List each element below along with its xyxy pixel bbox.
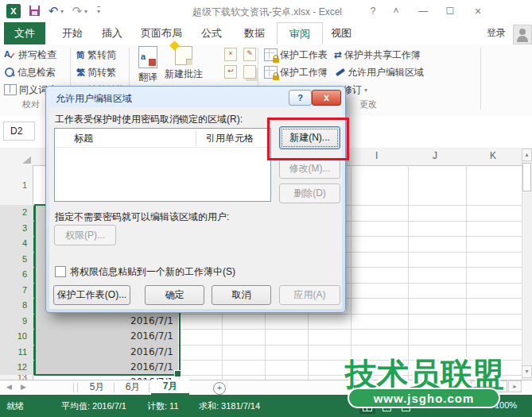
show-comments-icon[interactable] <box>243 65 256 79</box>
tab-1[interactable]: 开始 <box>56 22 89 44</box>
ribbon-tab-row: 文件 开始插入页面布局公式数据审阅视图 登录 <box>0 22 532 44</box>
protect-workbook-button[interactable]: 保护工作簿 <box>264 65 328 79</box>
undo-icon[interactable]: ↶ <box>46 4 60 18</box>
help-icon[interactable]: ? <box>364 5 382 17</box>
redo-icon[interactable]: ↷ <box>70 4 84 18</box>
protect-share-workbook-button[interactable]: ⇄ 保护并共享工作簿 <box>334 48 421 62</box>
undo-dropdown-icon[interactable]: ▾ <box>60 8 64 15</box>
dialog-close-icon[interactable]: x <box>312 90 341 106</box>
save-icon[interactable] <box>27 4 41 18</box>
modify-range-button[interactable]: 修改(M)... <box>279 159 340 179</box>
research-button[interactable]: 信息检索 <box>4 65 56 79</box>
row-header-10[interactable]: 10 <box>0 329 34 345</box>
protect-sheet-button[interactable]: 保护工作表 <box>264 48 328 62</box>
row-header-6[interactable]: 6 <box>0 267 34 283</box>
qat-customize-icon[interactable]: ▾ <box>97 6 100 15</box>
permissions-button[interactable]: 权限(P)... <box>54 225 116 245</box>
cancel-button[interactable]: 取消 <box>212 285 271 305</box>
tab-separator <box>149 383 150 392</box>
paste-permissions-checkbox[interactable] <box>55 266 66 277</box>
sheet-tab-1[interactable]: 5月 <box>80 380 115 395</box>
redo-dropdown-icon[interactable]: ▾ <box>84 8 87 15</box>
spelling-icon: A✓ <box>4 49 16 60</box>
maximize-icon[interactable]: ☐ <box>441 5 459 17</box>
tab-7[interactable]: 视图 <box>324 22 358 44</box>
protect-sheet-dialog-button[interactable]: 保护工作表(O)... <box>53 285 130 305</box>
dialog-help-icon[interactable]: ? <box>289 90 312 106</box>
changes-group-label: 更改 <box>359 98 377 110</box>
vertical-scroll-thumb[interactable] <box>522 163 531 191</box>
delete-range-button[interactable]: 删除(D) <box>279 183 340 203</box>
sheet-next-icon[interactable]: ▶ <box>21 383 26 391</box>
spelling-check-button[interactable]: A✓ 拼写检查 <box>4 48 56 62</box>
scroll-right-icon[interactable]: ► <box>508 380 522 392</box>
row-header-2[interactable]: 2 <box>0 205 34 221</box>
row-header-12[interactable]: 12 <box>0 360 34 375</box>
tab-separator <box>77 383 78 392</box>
simp-to-trad-button[interactable]: 繁 简转繁 <box>76 65 116 79</box>
new-comment-button[interactable]: 新建批注 <box>162 46 205 81</box>
list-header-rule <box>55 147 270 148</box>
minimize-icon[interactable]: — <box>414 5 432 17</box>
previous-comment-icon[interactable]: ↩ <box>224 65 237 79</box>
apply-button[interactable]: 应用(A) <box>279 285 340 305</box>
allow-edit-ranges-button[interactable]: 允许用户编辑区域 <box>334 65 424 79</box>
sheet-tab-2[interactable]: 6月 <box>116 380 150 395</box>
ranges-list[interactable]: 标题 引用单元格 <box>54 128 271 202</box>
annotation-highlight-box <box>267 118 349 160</box>
select-all-corner[interactable] <box>22 156 31 164</box>
gridline <box>466 165 467 380</box>
status-sum: 求和: 3181/7/14 <box>199 400 260 412</box>
proofing-group-label: 校对 <box>22 98 40 110</box>
scroll-down-icon[interactable]: ▼ <box>522 365 532 378</box>
avatar[interactable] <box>513 25 532 44</box>
row-header-11[interactable]: 11 <box>0 345 34 360</box>
column-header-I[interactable]: I <box>375 150 378 161</box>
protect-workbook-icon <box>264 66 278 79</box>
row-header-1[interactable]: 1 <box>0 165 33 205</box>
tab-5[interactable]: 数据 <box>238 22 271 44</box>
tab-separator <box>114 383 115 392</box>
scroll-up-icon[interactable]: ▲ <box>522 149 532 161</box>
sheet-prev-icon[interactable]: ◀ <box>6 383 12 391</box>
column-header-K[interactable]: K <box>490 150 496 161</box>
add-sheet-icon[interactable]: + <box>213 382 226 395</box>
trad-to-simp-button[interactable]: 简 繁转简 <box>76 48 116 62</box>
column-header-J[interactable]: J <box>433 150 437 161</box>
traditional-icon: 繁 <box>76 67 85 79</box>
checkbox-label: 将权限信息粘贴到一个新的工作薄中(S) <box>70 265 235 279</box>
ranges-label: 工作表受保护时使用密码取消锁定的区域(R): <box>55 113 243 126</box>
list-col-ref: 引用单元格 <box>206 132 254 145</box>
simplified-icon: 简 <box>76 49 85 61</box>
sign-in-link[interactable]: 登录 <box>487 26 506 40</box>
tab-6-active[interactable]: 审阅 <box>277 22 323 45</box>
dialog-title: 允许用户编辑区域 <box>56 92 132 106</box>
ok-button[interactable]: 确定 <box>145 285 204 305</box>
list-column-divider <box>196 130 196 146</box>
share-workbook-icon: ⇄ <box>334 49 342 60</box>
name-box[interactable]: D2 <box>3 122 35 141</box>
row-header-5[interactable]: 5 <box>0 252 34 267</box>
protect-sheet-icon <box>264 48 278 61</box>
fill-handle[interactable] <box>174 370 181 377</box>
close-icon[interactable]: × <box>469 5 487 17</box>
row-header-7[interactable]: 7 <box>0 283 34 298</box>
row-header-4[interactable]: 4 <box>0 236 34 252</box>
translate-button[interactable]: a 翻译 <box>132 46 164 84</box>
tab-4[interactable]: 公式 <box>195 22 228 44</box>
row-header-3[interactable]: 3 <box>0 221 34 236</box>
book-icon <box>4 84 17 95</box>
sheet-tab-3-active[interactable]: 7月 <box>151 380 189 395</box>
tab-3[interactable]: 页面布局 <box>135 22 188 44</box>
users-label: 指定不需要密码就可以编辑该区域的用户: <box>55 210 229 224</box>
excel-window: X ↶ ▾ ↷ ▾ ▾ 超级下载软文资讯-安卓.xlsx - Excel ? ˄… <box>0 0 532 417</box>
tab-file[interactable]: 文件 <box>4 22 45 44</box>
gridline <box>351 165 351 380</box>
ribbon-options-icon[interactable]: ˄ <box>387 5 405 17</box>
row-header-9[interactable]: 9 <box>0 314 34 329</box>
edit-comment-icon[interactable]: ✎ <box>243 48 256 61</box>
tab-separator <box>73 383 74 392</box>
row-header-8[interactable]: 8 <box>0 298 34 314</box>
delete-comment-icon[interactable]: × <box>224 48 237 61</box>
tab-2[interactable]: 插入 <box>95 22 129 44</box>
